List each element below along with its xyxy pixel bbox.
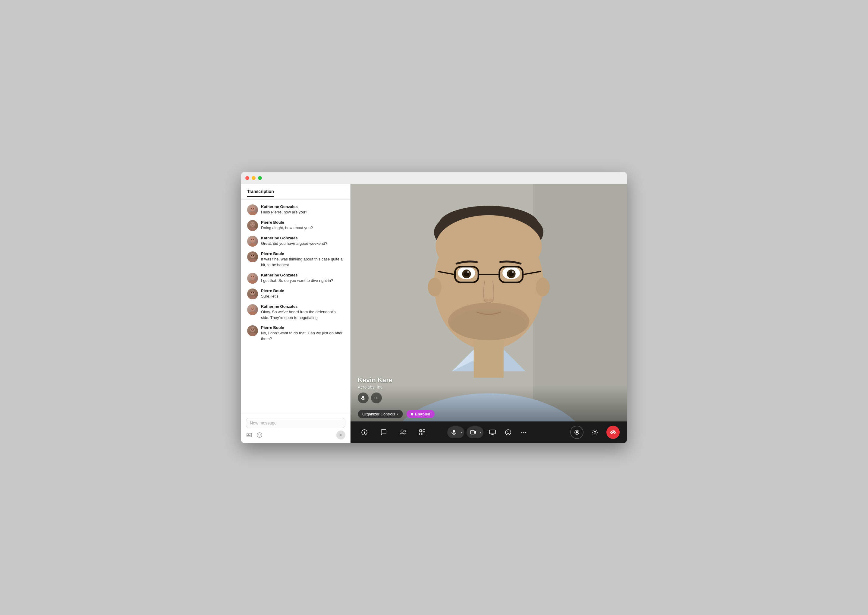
organizer-bar: Organizer Controls ▾ Enabled xyxy=(358,410,435,418)
tab-transcription[interactable]: Transcription xyxy=(247,189,274,197)
svg-point-5 xyxy=(248,227,257,231)
mic-chevron-icon[interactable]: ▾ xyxy=(461,431,462,434)
record-button[interactable] xyxy=(570,426,583,439)
svg-point-36 xyxy=(260,434,261,435)
svg-rect-75 xyxy=(423,433,425,435)
svg-point-26 xyxy=(251,308,252,308)
input-area: New message xyxy=(241,414,350,443)
bottom-toolbar: ▾ ▾ xyxy=(351,421,627,443)
list-item: Katherine Gonzales I get that. So do you… xyxy=(247,273,344,284)
message-text: Great, did you have a good weekend? xyxy=(261,241,327,247)
close-button[interactable] xyxy=(245,176,249,180)
message-text: I get that. So do you want to dive right… xyxy=(261,278,333,284)
image-icon[interactable] xyxy=(246,432,252,438)
svg-rect-32 xyxy=(247,433,252,437)
list-item: Pierre Boule Sure, let's xyxy=(247,289,344,300)
svg-rect-76 xyxy=(453,430,455,432)
new-message-input[interactable]: New message xyxy=(246,418,345,428)
svg-point-58 xyxy=(484,299,489,302)
camera-button[interactable] xyxy=(468,427,478,438)
participant-mic-button[interactable] xyxy=(358,392,369,403)
avatar xyxy=(247,325,258,336)
organizer-controls-label: Organizer Controls xyxy=(362,412,395,416)
reactions-button[interactable] xyxy=(502,426,515,439)
message-name: Pierre Boule xyxy=(261,251,344,256)
svg-rect-79 xyxy=(471,431,474,434)
message-name: Pierre Boule xyxy=(261,289,284,293)
svg-point-6 xyxy=(251,224,252,225)
organizer-controls-dropdown[interactable]: Organizer Controls ▾ xyxy=(358,410,403,418)
svg-point-54 xyxy=(467,271,469,273)
list-item: Katherine Gonzales Hello Pierre, how are… xyxy=(247,204,344,215)
enabled-indicator xyxy=(411,413,413,415)
avatar xyxy=(247,204,258,215)
apps-button[interactable] xyxy=(416,426,429,439)
minimize-button[interactable] xyxy=(252,176,256,180)
list-item: Pierre Boule No, I don't want to do that… xyxy=(247,325,344,342)
more-button[interactable] xyxy=(517,426,530,439)
participant-name: Kevin Kare xyxy=(358,376,393,384)
send-button[interactable] xyxy=(337,431,345,440)
avatar xyxy=(247,273,258,284)
emoji-icon[interactable] xyxy=(256,432,263,438)
list-item: Katherine Gonzales Great, did you have a… xyxy=(247,236,344,247)
svg-point-9 xyxy=(248,243,257,247)
svg-point-12 xyxy=(250,253,255,258)
avatar xyxy=(247,289,258,300)
message-text: No, I don't want to do that. Can we just… xyxy=(261,331,344,342)
maximize-button[interactable] xyxy=(258,176,262,180)
svg-point-15 xyxy=(253,255,254,256)
toolbar-right xyxy=(570,426,620,439)
svg-point-21 xyxy=(248,296,257,300)
message-text: Doing alright, how about you? xyxy=(261,225,313,231)
info-button[interactable] xyxy=(358,426,371,439)
svg-point-3 xyxy=(253,208,254,209)
transcription-header: Transcription xyxy=(241,184,350,200)
right-panel: Kevin Kare Aerolabs, Inc. xyxy=(351,184,627,443)
svg-point-34 xyxy=(257,432,262,437)
message-text: Sure, let's xyxy=(261,293,284,300)
end-call-button[interactable] xyxy=(606,426,620,439)
svg-point-59 xyxy=(489,299,494,302)
messages-list: Katherine Gonzales Hello Pierre, how are… xyxy=(241,200,350,414)
message-name: Pierre Boule xyxy=(261,220,313,225)
video-area: Kevin Kare Aerolabs, Inc. xyxy=(351,184,627,421)
camera-chevron-icon[interactable]: ▾ xyxy=(480,431,482,434)
svg-point-16 xyxy=(250,274,255,280)
input-toolbar xyxy=(246,431,345,440)
svg-rect-62 xyxy=(362,396,364,398)
svg-point-42 xyxy=(428,278,441,297)
svg-point-87 xyxy=(523,432,524,433)
screen-share-button[interactable] xyxy=(486,426,499,439)
svg-point-10 xyxy=(251,239,252,240)
participants-button[interactable] xyxy=(396,426,410,439)
app-window: Transcription Kather xyxy=(241,172,627,443)
svg-rect-74 xyxy=(419,433,422,435)
list-item: Pierre Boule Doing alright, how about yo… xyxy=(247,220,344,231)
svg-point-27 xyxy=(253,308,254,308)
svg-point-19 xyxy=(253,276,254,277)
svg-point-70 xyxy=(401,430,403,432)
chevron-down-icon: ▾ xyxy=(397,412,399,416)
svg-point-8 xyxy=(250,237,255,243)
enabled-badge[interactable]: Enabled xyxy=(407,410,435,418)
svg-point-31 xyxy=(253,329,254,330)
participant-info: Kevin Kare Aerolabs, Inc. xyxy=(358,376,393,403)
participant-more-button[interactable] xyxy=(371,392,382,403)
svg-point-88 xyxy=(525,432,526,433)
mic-button[interactable] xyxy=(449,427,459,438)
list-item: Katherine Gonzales Okay. So we've heard … xyxy=(247,304,344,321)
svg-point-71 xyxy=(404,430,406,432)
chat-button[interactable] xyxy=(377,426,390,439)
svg-point-30 xyxy=(251,329,252,330)
svg-point-84 xyxy=(506,431,507,432)
toolbar-center: ▾ ▾ xyxy=(447,426,530,439)
message-content: Pierre Boule Sure, let's xyxy=(261,289,284,300)
svg-point-17 xyxy=(248,280,257,284)
avatar xyxy=(247,236,258,247)
svg-point-90 xyxy=(576,431,578,434)
settings-button[interactable] xyxy=(588,426,602,439)
svg-point-66 xyxy=(378,398,379,398)
svg-point-55 xyxy=(512,271,514,273)
message-text: Okay. So we've heard from the defendant'… xyxy=(261,309,344,321)
